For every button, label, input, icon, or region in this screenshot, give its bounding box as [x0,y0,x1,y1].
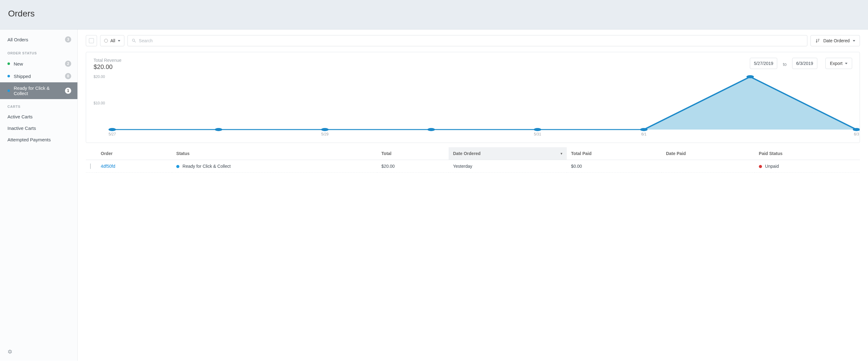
sidebar-item-label: All Orders [7,37,65,42]
sidebar-item-label: Attempted Payments [7,137,71,142]
sidebar-item-status[interactable]: New2 [0,58,78,70]
sidebar-item-label: Active Carts [7,114,71,119]
status-label: Ready for Click & Collect [183,164,231,169]
sidebar-item-label: Inactive Carts [7,126,71,131]
svg-point-0 [108,128,116,131]
cell-total: $20.00 [377,160,448,173]
cell-date-ordered: Yesterday [448,160,567,173]
settings-gear-icon[interactable] [0,346,78,361]
svg-point-6 [746,75,754,78]
count-badge: 1 [65,88,71,94]
date-to-input[interactable]: 6/3/2019 [792,58,817,69]
count-badge: 2 [65,61,71,67]
chart-y-tick: $10.00 [94,101,105,105]
export-button[interactable]: Export [826,58,852,69]
column-header[interactable]: Status [172,147,377,160]
cell-status: Ready for Click & Collect [172,160,377,173]
column-header[interactable]: Order [96,147,172,160]
chart-x-tick: 6/1 [641,132,647,136]
revenue-chart: $20.00$10.00 5/275/295/316/16/3 [94,74,857,139]
svg-point-3 [428,128,435,131]
sidebar-item-status[interactable]: Shipped0 [0,70,78,82]
sidebar-heading-order-status: ORDER STATUS [0,46,78,58]
select-all-checkbox[interactable] [86,35,97,46]
column-header-label: Date Ordered [453,151,480,156]
revenue-label: Total Revenue [94,58,122,63]
sidebar-item-label: Shipped [14,74,65,79]
column-header[interactable]: Total [377,147,448,160]
paid-status-label: Unpaid [765,164,779,169]
column-header-checkbox [86,147,96,160]
sort-icon [815,38,820,43]
sidebar-item-all-orders[interactable]: All Orders 3 [0,33,78,46]
sidebar: All Orders 3 ORDER STATUS New2Shipped0Re… [0,30,78,361]
chart-x-tick: 5/29 [321,132,328,136]
revenue-amount: $20.00 [94,63,122,70]
sort-caret-icon: ▼ [560,152,563,155]
main-content: All Date Ordered Total Revenue $20.00 [78,30,868,361]
status-dot-icon [7,90,10,92]
checkbox-icon [89,38,94,43]
status-dot-icon [759,165,762,168]
chart-x-tick: 6/3 [854,132,859,136]
svg-point-7 [853,128,860,131]
cell-total-paid: $0.00 [567,160,661,173]
svg-point-2 [321,128,329,131]
order-link[interactable]: 4df50fd [101,164,115,169]
svg-point-5 [640,128,648,131]
sidebar-item-status[interactable]: Ready for Click & Collect1 [0,82,78,99]
page-title: Orders [8,9,860,19]
date-to-label: to [781,62,788,67]
status-dot-icon [176,165,179,168]
checkbox-icon [90,163,91,169]
date-from-input[interactable]: 5/27/2019 [750,58,777,69]
toolbar: All Date Ordered [86,35,860,46]
chevron-down-icon [853,40,855,42]
search-input[interactable] [139,38,804,43]
chart-x-tick: 5/31 [534,132,541,136]
orders-table: OrderStatusTotalDate Ordered▼Total PaidD… [86,147,860,173]
search-icon [131,38,136,43]
sort-button[interactable]: Date Ordered [810,35,860,46]
cell-order: 4df50fd [96,160,172,173]
count-badge: 3 [65,36,71,42]
sidebar-item-label: New [14,61,65,66]
cell-paid-status: Unpaid [754,160,860,173]
chevron-down-icon [118,40,120,42]
export-label: Export [830,61,842,66]
cell-date-paid [661,160,754,173]
column-header[interactable]: Date Paid [661,147,754,160]
count-badge: 0 [65,73,71,79]
sidebar-item-label: Ready for Click & Collect [14,86,65,96]
sidebar-heading-carts: CARTS [0,99,78,111]
chevron-down-icon [845,63,847,64]
table-row: 4df50fdReady for Click & Collect$20.00Ye… [86,160,860,173]
sidebar-item-cart[interactable]: Inactive Carts [0,122,78,134]
chart-x-tick: 5/27 [108,132,116,136]
status-dot-icon [7,75,10,77]
status-filter-button[interactable]: All [100,35,124,46]
sidebar-item-cart[interactable]: Attempted Payments [0,134,78,145]
column-header[interactable]: Paid Status [754,147,860,160]
status-dot-icon [7,62,10,65]
revenue-panel: Total Revenue $20.00 5/27/2019 to 6/3/20… [86,52,860,143]
sort-label: Date Ordered [823,38,850,43]
status-filter-label: All [111,38,115,43]
column-header[interactable]: Total Paid [567,147,661,160]
svg-point-1 [215,128,222,131]
search-input-wrapper[interactable] [127,35,808,46]
svg-point-4 [534,128,541,131]
column-header[interactable]: Date Ordered▼ [448,147,567,160]
page-header: Orders [0,0,868,30]
row-checkbox-cell[interactable] [86,160,96,173]
sidebar-item-cart[interactable]: Active Carts [0,111,78,122]
chart-y-tick: $20.00 [94,74,105,79]
status-ring-icon [104,39,108,42]
